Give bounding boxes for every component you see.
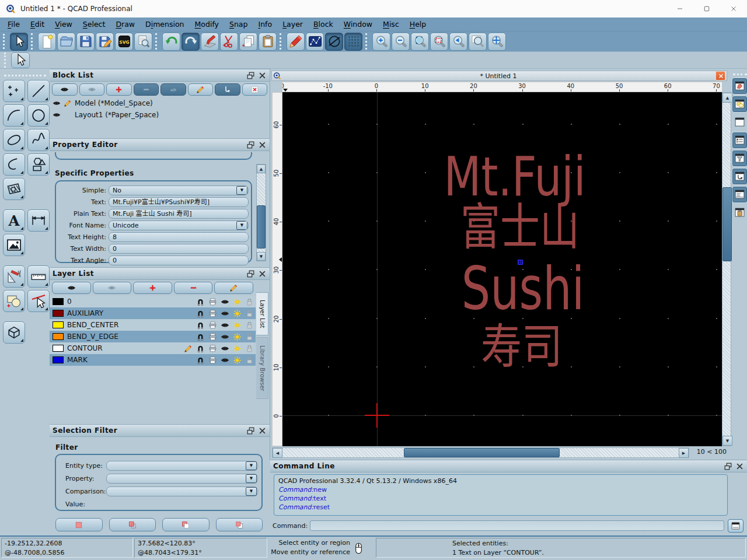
chevron-down-icon[interactable]: ▼ <box>236 221 247 230</box>
magnet-icon[interactable] <box>196 332 205 341</box>
menu-snap[interactable]: Snap <box>224 18 253 30</box>
layer-row-contour[interactable]: CONTOUR <box>50 342 256 354</box>
float-panel-icon[interactable] <box>724 462 732 471</box>
selection-tool-secondary-button[interactable] <box>11 52 30 68</box>
float-panel-icon[interactable] <box>246 141 255 149</box>
command-input[interactable] <box>310 520 724 531</box>
menu-dimension[interactable]: Dimension <box>140 18 189 30</box>
draft-mode-button[interactable] <box>325 33 343 51</box>
menu-misc[interactable]: Misc <box>378 18 404 30</box>
save-file-as-button[interactable] <box>96 33 114 51</box>
print-preview-button[interactable] <box>134 33 152 51</box>
property-editor-scrollbar[interactable]: ▲ ▼ <box>256 164 266 261</box>
side-tab-library-browser[interactable]: Library Browser <box>256 337 268 399</box>
drawing-canvas[interactable]: Mt.Fuji富士山Sushi寿司 <box>282 92 722 446</box>
property-input-4[interactable]: 8 <box>109 232 249 242</box>
line-tool-button[interactable] <box>27 80 50 102</box>
edit-block-button[interactable] <box>188 83 214 96</box>
printer-icon[interactable] <box>208 309 217 318</box>
eye-icon[interactable] <box>221 298 229 306</box>
previous-view-button[interactable] <box>449 33 467 51</box>
screen-based-linetypes-button[interactable] <box>306 33 324 51</box>
command-history[interactable]: QCAD Professional 3.32.4 / Qt 5.13.2 / W… <box>274 474 728 516</box>
cad-text-line-3[interactable]: Sushi <box>462 259 585 318</box>
cad-text-line-2[interactable]: 富士山 <box>460 203 580 253</box>
close-panel-icon[interactable] <box>735 462 744 471</box>
menu-help[interactable]: Help <box>404 18 432 30</box>
circle-tool-button[interactable] <box>27 104 50 127</box>
menu-modify[interactable]: Modify <box>190 18 224 30</box>
float-panel-icon[interactable] <box>246 71 255 80</box>
show-all-layers-button[interactable] <box>52 282 91 294</box>
zoom-to-selection-button[interactable] <box>430 33 448 51</box>
property-input-0[interactable]: No▼ <box>109 186 249 195</box>
dock-toggle-3[interactable] <box>732 114 747 131</box>
filter-input-1[interactable]: ▼ <box>106 474 258 484</box>
scroll-down-icon[interactable]: ▼ <box>722 436 732 446</box>
redo-button[interactable] <box>181 33 200 51</box>
block-row-0[interactable]: Model (*Model_Space) <box>50 97 270 109</box>
property-input-1[interactable]: Mt.Fuji¥P富士山¥PSushi¥P寿司] <box>109 197 249 207</box>
property-input-2[interactable]: Mt.Fuji 富士山 Sushi 寿司] <box>109 209 249 219</box>
text-tool-button[interactable]: A <box>3 209 25 232</box>
selection-tool-button[interactable] <box>3 290 25 312</box>
ellipse-tool-button[interactable] <box>3 129 25 151</box>
sun-icon[interactable] <box>233 356 242 365</box>
lock-icon[interactable] <box>245 332 254 341</box>
float-panel-icon[interactable] <box>246 270 255 278</box>
selection-reference-point[interactable] <box>518 260 523 265</box>
remove-layer-button[interactable] <box>174 282 213 294</box>
scroll-down-icon[interactable]: ▼ <box>257 252 266 261</box>
minimize-button[interactable] <box>666 0 693 18</box>
insert-block-button[interactable] <box>215 83 240 96</box>
svg-export-button[interactable]: SVG <box>115 33 133 51</box>
solid-tool-button[interactable] <box>3 321 25 344</box>
close-button[interactable] <box>720 0 747 18</box>
spline-tool-button[interactable] <box>27 129 50 151</box>
close-panel-icon[interactable] <box>258 71 267 80</box>
chevron-down-icon[interactable]: ▼ <box>236 186 247 195</box>
menu-file[interactable]: File <box>2 18 25 30</box>
property-input-5[interactable]: 0 <box>109 244 249 254</box>
window-zoom-button[interactable] <box>469 33 487 51</box>
lock-icon[interactable] <box>245 344 254 353</box>
eye-icon[interactable] <box>221 332 229 341</box>
magnet-icon[interactable] <box>196 309 205 318</box>
cut-button[interactable] <box>220 33 238 51</box>
scroll-left-icon[interactable]: ◀ <box>273 448 282 458</box>
layer-row-bend_center[interactable]: BEND_CENTER <box>50 319 256 331</box>
side-tab-layer-list[interactable]: Layer List <box>256 292 268 335</box>
edit-preferences-button[interactable] <box>201 33 219 51</box>
polyline-tool-button[interactable] <box>3 153 25 176</box>
property-input-3[interactable]: Unicode▼ <box>109 220 249 230</box>
zoom-out-button[interactable] <box>392 33 410 51</box>
sun-icon[interactable] <box>233 298 242 306</box>
scroll-up-icon[interactable]: ▲ <box>257 164 266 173</box>
hide-all-layers-button[interactable] <box>93 282 132 294</box>
block-row-1[interactable]: Layout1 (*Paper_Space) <box>50 109 270 121</box>
layer-row-mark[interactable]: MARK <box>50 354 256 366</box>
magnet-icon[interactable] <box>196 321 205 330</box>
close-panel-icon[interactable] <box>258 141 267 149</box>
scroll-up-icon[interactable]: ▲ <box>722 93 732 103</box>
close-panel-icon[interactable] <box>258 270 267 278</box>
undo-button[interactable] <box>162 33 180 51</box>
printer-icon[interactable] <box>208 332 217 341</box>
lock-icon[interactable] <box>245 298 254 306</box>
menu-block[interactable]: Block <box>308 18 338 30</box>
eye-icon[interactable] <box>221 309 229 318</box>
scroll-right-icon[interactable]: ▶ <box>679 448 689 458</box>
command-options-button[interactable] <box>728 519 743 533</box>
hide-all-blocks-button[interactable] <box>79 83 105 96</box>
dock-toggle-7[interactable] <box>732 186 747 203</box>
menu-info[interactable]: Info <box>253 18 277 30</box>
document-titlebar[interactable]: * Untitled 1 <box>271 71 727 81</box>
lock-icon[interactable] <box>245 356 254 365</box>
point-tool-button[interactable] <box>3 80 25 102</box>
edit-tool-button[interactable] <box>27 290 50 312</box>
auto-zoom-button[interactable] <box>411 33 429 51</box>
menu-edit[interactable]: Edit <box>25 18 50 30</box>
filter-input-0[interactable]: ▼ <box>106 461 258 471</box>
eye-icon[interactable] <box>221 356 229 365</box>
document-close-button[interactable] <box>715 71 725 80</box>
